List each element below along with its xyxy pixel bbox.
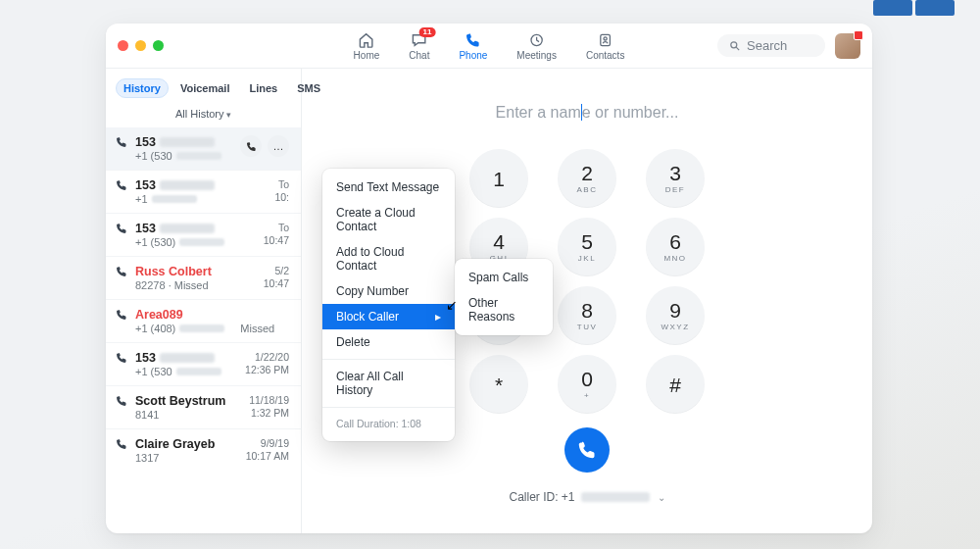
close-icon[interactable] [118, 40, 128, 51]
call-row[interactable]: Scott Beystrum814111/18/191:32 PM [106, 385, 301, 428]
call-row[interactable]: 153+1To10: [106, 170, 301, 213]
nav-label: Home [354, 50, 380, 61]
call-row[interactable]: 153+1 (530)To10:47 [106, 213, 301, 256]
nav-label: Contacts [586, 50, 624, 61]
call-name: 153 [135, 351, 239, 365]
nav-label: Chat [409, 50, 429, 61]
outgoing-call-icon [116, 351, 129, 377]
contacts-icon [597, 31, 614, 49]
ctx-item[interactable]: Copy Number [322, 278, 455, 304]
cursor-icon: ↙ [446, 297, 458, 313]
tab-voicemail[interactable]: Voicemail [172, 78, 238, 98]
call-list: 153+1 (530…153+1To10:153+1 (530)To10:47R… [106, 127, 301, 533]
dialpad-key-8[interactable]: 8TUV [558, 286, 616, 345]
search-icon [729, 40, 741, 52]
nav-contacts[interactable]: Contacts [586, 31, 624, 61]
window-controls[interactable] [118, 40, 164, 51]
call-name: Area089 [135, 308, 283, 322]
phone-tabs: History Voicemail Lines SMS [106, 69, 301, 102]
outgoing-call-icon [116, 178, 129, 205]
outgoing-call-icon [116, 135, 129, 162]
call-sub: +1 (530 [135, 366, 239, 377]
call-name: Russ Colbert [135, 265, 258, 278]
sidebar: History Voicemail Lines SMS All History … [106, 69, 302, 533]
caller-id-selector[interactable]: Caller ID: +1 [509, 490, 664, 504]
call-row[interactable]: Russ Colbert82278 · Missed5/210:47 [106, 256, 301, 299]
dialpad-key-5[interactable]: 5JKL [558, 218, 616, 276]
clock-icon [528, 31, 546, 49]
outgoing-call-icon [116, 265, 129, 291]
phone-icon [465, 31, 482, 49]
ctx-item[interactable]: Create a Cloud Contact [322, 200, 455, 239]
minimize-icon[interactable] [135, 40, 146, 51]
top-nav: Home 11 Chat Phone Meetings Contacts [354, 31, 625, 61]
dialpad-key-6[interactable]: 6MNO [646, 218, 705, 276]
svg-point-3 [731, 41, 737, 47]
call-button[interactable] [564, 427, 610, 473]
call-back-button[interactable] [240, 135, 262, 157]
call-row[interactable]: Area089+1 (408) Missed [106, 299, 301, 342]
outgoing-call-icon [116, 437, 129, 464]
call-row[interactable]: Claire Grayeb13179/9/1910:17 AM [106, 428, 301, 472]
avatar[interactable] [835, 33, 860, 59]
call-sub: 1317 [135, 452, 240, 464]
outgoing-call-icon [116, 222, 129, 248]
dialpad-key-9[interactable]: 9WXYZ [646, 286, 705, 345]
nav-label: Meetings [516, 50, 557, 61]
call-name: 153 [135, 178, 269, 192]
call-sub: +1 (530 [135, 150, 234, 162]
dialpad-key-1[interactable]: 1 [469, 149, 528, 208]
ctx-duration: Call Duration: 1:08 [322, 412, 455, 435]
nav-label: Phone [459, 50, 487, 61]
submenu-item[interactable]: Other Reasons [455, 290, 553, 329]
nav-chat[interactable]: 11 Chat [409, 31, 429, 61]
ctx-item[interactable]: Clear All Call History [322, 364, 455, 403]
call-meta: 11/18/191:32 PM [249, 394, 289, 421]
call-name: 153 [135, 135, 234, 149]
more-button[interactable]: … [268, 135, 289, 157]
ctx-item[interactable]: Send Text Message [322, 175, 455, 200]
nav-meetings[interactable]: Meetings [516, 31, 557, 61]
call-name: 153 [135, 222, 258, 235]
call-meta: 1/22/2012:36 PM [245, 351, 289, 377]
call-meta: 5/210:47 [264, 265, 289, 291]
ctx-item[interactable]: Block Caller▸ [322, 304, 455, 329]
nav-home[interactable]: Home [354, 31, 380, 61]
call-sub: +1 [135, 193, 269, 205]
dialpad-key-*[interactable]: * [469, 355, 528, 414]
call-row[interactable]: 153+1 (5301/22/2012:36 PM [106, 342, 301, 385]
titlebar-right: Search [717, 33, 860, 59]
history-filter[interactable]: All History [106, 102, 301, 127]
call-meta: To10: [274, 178, 289, 205]
ctx-item[interactable]: Add to Cloud Contact [322, 239, 455, 278]
dialpad-key-3[interactable]: 3DEF [646, 149, 705, 208]
tab-history[interactable]: History [116, 78, 169, 98]
titlebar: Home 11 Chat Phone Meetings Contacts [106, 24, 872, 69]
call-sub: +1 (408) Missed [135, 323, 283, 334]
dialpad-key-0[interactable]: 0+ [558, 355, 616, 414]
search-input[interactable]: Search [717, 34, 825, 57]
dial-input[interactable]: Enter a name or number... [496, 104, 679, 122]
maximize-icon[interactable] [153, 40, 164, 51]
call-meta: … [240, 135, 289, 162]
home-icon [358, 31, 375, 49]
tab-lines[interactable]: Lines [241, 78, 285, 98]
nav-phone[interactable]: Phone [459, 31, 487, 61]
call-sub: 82278 · Missed [135, 279, 258, 291]
outgoing-call-icon [116, 308, 129, 334]
svg-point-2 [604, 36, 607, 39]
search-placeholder: Search [747, 38, 787, 53]
badge: 11 [419, 27, 436, 37]
call-row[interactable]: 153+1 (530… [106, 127, 301, 170]
chevron-right-icon: ▸ [435, 310, 441, 324]
call-sub: 8141 [135, 409, 243, 421]
dialpad-key-#[interactable]: # [646, 355, 705, 414]
context-menu: Send Text MessageCreate a Cloud ContactA… [322, 169, 455, 441]
dialpad-key-2[interactable]: 2ABC [558, 149, 616, 208]
ctx-item[interactable]: Delete [322, 329, 455, 355]
call-name: Scott Beystrum [135, 394, 243, 408]
submenu-item[interactable]: Spam Calls [455, 265, 553, 290]
call-sub: +1 (530) [135, 236, 258, 248]
redacted [581, 492, 650, 502]
outgoing-call-icon [116, 394, 129, 421]
